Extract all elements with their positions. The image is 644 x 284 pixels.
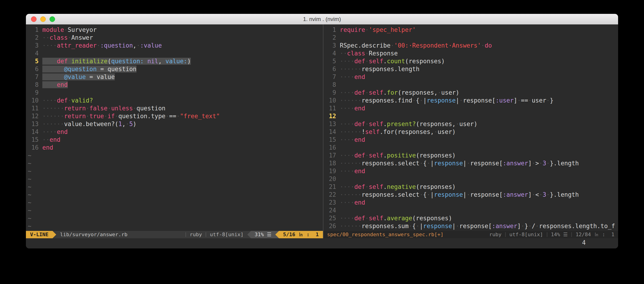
tilde-marker: ~	[28, 215, 32, 222]
code-line[interactable]: 4··class·Response	[325, 49, 618, 57]
line-text: ····def·initialize(question:·nil,·value:…	[42, 58, 191, 65]
line-text: module·Surveyor	[42, 26, 97, 33]
filetype: ruby	[486, 231, 505, 238]
code-line[interactable]: 1module·Surveyor	[28, 26, 323, 34]
empty-line: ~	[28, 151, 323, 159]
pane-left[interactable]: 1module·Surveyor2··class·Answer3····attr…	[26, 24, 323, 238]
window-title: 1. nvim . (nvim)	[303, 16, 341, 22]
command-line[interactable]: 4	[26, 238, 618, 249]
code-line[interactable]: 22······responses.select·{·|response|·re…	[325, 191, 618, 199]
line-text: ····end	[340, 73, 365, 80]
pane-right[interactable]: 1require·'spec_helper'23RSpec.describe·'…	[323, 24, 618, 238]
line-number: 22	[325, 191, 336, 199]
code-line[interactable]: 21····def·self.negative(responses)	[325, 183, 618, 191]
code-line[interactable]: 20	[325, 175, 618, 183]
titlebar[interactable]: 1. nvim . (nvim)	[26, 14, 618, 24]
line-text: ··class·Answer	[42, 34, 93, 41]
line-number: 8	[28, 81, 39, 89]
line-number: 16	[325, 143, 336, 151]
code-line[interactable]: 10····def·valid?	[28, 97, 323, 104]
line-text: ····attr_reader·:question,·:value	[42, 42, 162, 49]
scroll-percent: 14% ☰	[547, 231, 572, 238]
line-number: 25	[325, 214, 336, 222]
code-line[interactable]: 5····def·self.count(responses)	[325, 57, 618, 65]
code-line[interactable]: 13······value.between?(1,·5)	[28, 120, 323, 128]
code-line[interactable]: 14······!self.for(responses,·user)	[325, 128, 618, 136]
line-text: ····def·self.present?(responses,·user)	[340, 121, 478, 128]
code-line[interactable]: 3RSpec.describe·'00:·Respondent·Answers'…	[325, 42, 618, 49]
code-line[interactable]: 11····end	[325, 104, 618, 112]
line-text: ··end	[42, 136, 60, 143]
traffic-lights	[31, 14, 55, 24]
line-text: ····end	[42, 128, 68, 135]
code-line[interactable]: 9	[28, 89, 323, 97]
code-line[interactable]: 6······responses.length	[325, 65, 618, 73]
line-text: require·'spec_helper'	[340, 26, 416, 33]
code-line[interactable]: 7····end	[325, 73, 618, 81]
line-text: ······return·false·unless·question	[42, 105, 166, 112]
code-line[interactable]: 12	[325, 112, 618, 120]
code-line[interactable]: 18······responses.select·{·|response|·re…	[325, 159, 618, 167]
empty-line: ~	[28, 214, 323, 222]
code-line[interactable]: 2··class·Answer	[28, 34, 323, 42]
code-line[interactable]: 9····def·self.for(responses,·user)	[325, 89, 618, 97]
empty-line: ~	[28, 191, 323, 199]
powerline-arrow-icon	[52, 231, 56, 238]
filename: lib/surveyor/answer.rb	[56, 231, 131, 238]
code-line[interactable]: 2	[325, 34, 618, 42]
tilde-marker: ~	[28, 207, 32, 214]
line-number: 16	[28, 143, 39, 151]
empty-line: ~	[28, 159, 323, 167]
code-line[interactable]: 7······@value·=·value	[28, 73, 323, 81]
line-text: ······responses.select·{·|response|·resp…	[340, 191, 579, 198]
zoom-button[interactable]	[50, 16, 55, 22]
line-text: ····def·valid?	[42, 97, 93, 104]
line-number: 11	[325, 104, 336, 112]
line-text: ····end	[340, 199, 365, 206]
minimize-button[interactable]	[40, 16, 46, 22]
line-number: 8	[325, 81, 336, 89]
code-line[interactable]: 16	[325, 143, 618, 151]
code-line[interactable]: 23····end	[325, 199, 618, 206]
code-line[interactable]: 10······responses.find·{·|response|·resp…	[325, 97, 618, 104]
close-button[interactable]	[31, 16, 36, 22]
code-line[interactable]: 26······responses.sum·{·|response|·respo…	[325, 222, 618, 230]
line-number: 21	[325, 183, 336, 191]
code-line[interactable]: 14····end	[28, 128, 323, 136]
code-line[interactable]: 5····def·initialize(question:·nil,·value…	[28, 57, 323, 65]
code-line[interactable]: 4	[28, 49, 323, 57]
line-number: 23	[325, 199, 336, 206]
code-area-right[interactable]: 1require·'spec_helper'23RSpec.describe·'…	[324, 24, 618, 231]
code-line[interactable]: 24	[325, 206, 618, 214]
code-line[interactable]: 3····attr_reader·:question,·:value	[28, 42, 323, 49]
filename: spec/00_respondents_answers_spec.rb[+]	[324, 231, 447, 238]
line-number: 15	[325, 136, 336, 143]
code-line[interactable]: 13····def·self.present?(responses,·user)	[325, 120, 618, 128]
line-text: ······responses.find·{·|response|·respon…	[340, 97, 554, 104]
line-number: 6	[325, 65, 336, 73]
code-line[interactable]: 8····end	[28, 81, 323, 89]
code-line[interactable]: 25····def·self.average(responses)	[325, 214, 618, 222]
code-area-left[interactable]: 1module·Surveyor2··class·Answer3····attr…	[26, 24, 323, 231]
code-line[interactable]: 6······@question·=·question	[28, 65, 323, 73]
line-number: 9	[28, 89, 39, 97]
pending-command: 4	[582, 239, 586, 246]
code-line[interactable]: 1require·'spec_helper'	[325, 26, 618, 34]
line-text: ····def·self.negative(responses)	[340, 183, 456, 190]
tilde-marker: ~	[28, 223, 32, 230]
code-line[interactable]: 15··end	[28, 136, 323, 143]
code-line[interactable]: 15····end	[325, 136, 618, 143]
code-line[interactable]: 11······return·false·unless·question	[28, 104, 323, 112]
code-line[interactable]: 12······return·true·if·question.type·==·…	[28, 112, 323, 120]
line-number: 12	[325, 112, 336, 120]
code-line[interactable]: 16end	[28, 143, 323, 151]
line-number: 2	[28, 34, 39, 42]
code-line[interactable]: 8	[325, 81, 618, 89]
split-panes: 1module·Surveyor2··class·Answer3····attr…	[26, 24, 618, 238]
empty-line: ~	[28, 206, 323, 214]
statusline-right: spec/00_respondents_answers_spec.rb[+] r…	[324, 231, 618, 238]
line-number: 13	[325, 120, 336, 128]
code-line[interactable]: 17····def·self.positive(responses)	[325, 151, 618, 159]
code-line[interactable]: 19····end	[325, 167, 618, 175]
statusline-left: V-LINE lib/surveyor/answer.rb ruby utf-8…	[26, 231, 323, 238]
